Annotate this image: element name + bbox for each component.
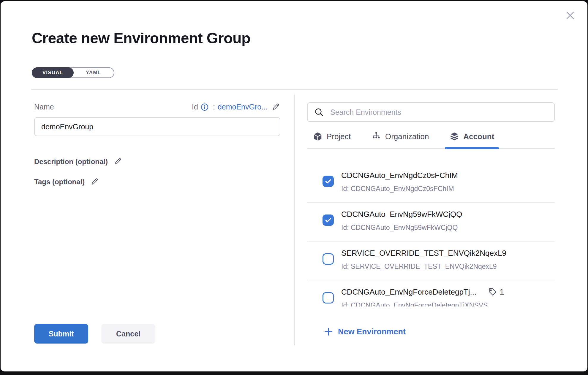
description-label: Description (optional) (34, 158, 108, 166)
edit-id-icon[interactable] (272, 103, 280, 111)
info-icon[interactable] (201, 103, 208, 111)
panel-divider (294, 95, 295, 345)
edit-description-icon[interactable] (114, 158, 122, 166)
environment-checkbox[interactable] (323, 176, 334, 187)
environment-id: Id: CDCNGAuto_EnvNgdCz0sFChIM (341, 184, 555, 193)
name-label: Name (34, 103, 54, 111)
environment-checkbox[interactable] (323, 214, 334, 226)
environment-checkbox[interactable] (323, 292, 334, 304)
description-row: Description (optional) (34, 158, 280, 166)
name-input[interactable] (34, 117, 280, 136)
tab-project-label: Project (327, 132, 351, 141)
header-divider (31, 89, 558, 90)
tags-label: Tags (optional) (34, 178, 85, 186)
check-icon (324, 216, 332, 224)
page-title: Create new Environment Group (32, 30, 250, 47)
scope-tabs: Project Organization Account (307, 132, 555, 149)
tab-visual[interactable]: VISUAL (32, 67, 74, 78)
cube-icon (313, 132, 323, 141)
tab-organization[interactable]: Organization (367, 132, 434, 148)
tags-row: Tags (optional) (34, 178, 280, 186)
tag-count-badge: 1 (488, 287, 504, 297)
environment-list-item[interactable]: CDCNGAuto_EnvNg59wFkWCjQQ Id: CDCNGAuto_… (307, 203, 555, 241)
environment-name: SERVICE_OVERRIDE_TEST_ENVQik2NqexL9 (341, 248, 506, 258)
tab-account-label: Account (463, 132, 494, 141)
environments-panel: Project Organization Account CDCNGAuto_E (307, 102, 555, 306)
environment-name: CDCNGAuto_EnvNgForceDeletegpTj... (341, 287, 476, 297)
environment-list-item[interactable]: CDCNGAuto_EnvNgForceDeletegpTj... 1 Id: … (307, 280, 555, 306)
new-environment-label: New Environment (338, 327, 406, 336)
tab-yaml[interactable]: YAML (73, 68, 114, 77)
tab-organization-label: Organization (385, 132, 429, 141)
new-environment-button[interactable]: New Environment (324, 327, 406, 336)
id-label: Id (192, 103, 198, 111)
environment-name: CDCNGAuto_EnvNgdCz0sFChIM (341, 170, 458, 180)
environment-list: CDCNGAuto_EnvNgdCz0sFChIM Id: CDCNGAuto_… (307, 149, 555, 306)
submit-button[interactable]: Submit (34, 324, 88, 344)
close-button[interactable] (563, 9, 577, 23)
identifier-row: Id : demoEnvGro... (192, 103, 280, 111)
id-value-link[interactable]: demoEnvGro... (218, 103, 268, 111)
form-panel: Name Id : demoEnvGro... Description (opt… (34, 103, 280, 186)
close-icon (564, 9, 576, 23)
edit-tags-icon[interactable] (91, 178, 99, 186)
cancel-button[interactable]: Cancel (101, 324, 155, 344)
plus-icon (324, 327, 333, 336)
environment-id: Id: CDCNGAuto_EnvNgForceDeletegpTjXNSVS (341, 301, 555, 306)
environment-name: CDCNGAuto_EnvNg59wFkWCjQQ (341, 209, 462, 219)
sitemap-icon (372, 132, 381, 141)
environment-list-item[interactable]: SERVICE_OVERRIDE_TEST_ENVQik2NqexL9 Id: … (307, 241, 555, 280)
tab-project[interactable]: Project (308, 132, 355, 148)
environment-list-item[interactable]: CDCNGAuto_EnvNgdCz0sFChIM Id: CDCNGAuto_… (307, 164, 555, 203)
check-icon (324, 177, 332, 185)
environment-checkbox[interactable] (323, 253, 334, 265)
environment-id: Id: CDCNGAuto_EnvNg59wFkWCjQQ (341, 223, 555, 232)
tag-count: 1 (500, 287, 504, 297)
search-icon (314, 107, 324, 118)
visual-yaml-toggle: VISUAL YAML (32, 67, 114, 78)
id-colon: : (213, 103, 215, 111)
environment-id: Id: SERVICE_OVERRIDE_TEST_ENVQik2NqexL9 (341, 262, 555, 271)
action-buttons: Submit Cancel (34, 324, 155, 344)
create-environment-group-modal: Create new Environment Group VISUAL YAML… (1, 1, 587, 371)
tab-account[interactable]: Account (445, 132, 499, 148)
tag-icon (488, 287, 497, 296)
search-input[interactable] (307, 102, 555, 122)
layers-icon (450, 132, 459, 141)
